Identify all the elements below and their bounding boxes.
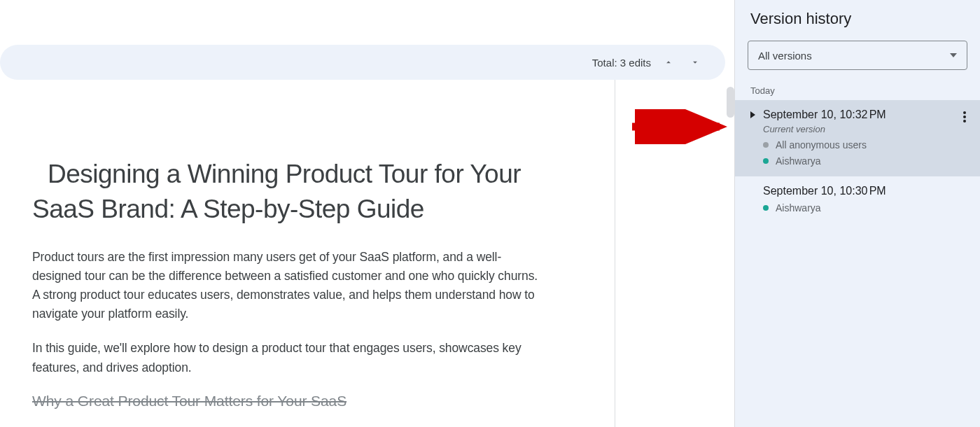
chevron-up-icon	[664, 57, 673, 67]
version-filter-label: All versions	[758, 50, 812, 62]
edit-summary-bar: Total: 3 edits	[0, 45, 725, 80]
contributor-name: Aishwarya	[776, 155, 821, 167]
svg-point-2	[963, 120, 966, 122]
version-more-menu[interactable]	[956, 108, 973, 125]
version-date: September 10, 10:30 PM	[763, 185, 886, 197]
dropdown-arrow-icon	[950, 53, 957, 57]
contributor-row: All anonymous users	[763, 139, 970, 150]
document-paragraph: In this guide, we'll explore how to desi…	[32, 339, 547, 377]
sidebar-title: Version history	[735, 0, 980, 41]
version-date: September 10, 10:32 PM	[763, 108, 886, 121]
version-item-current[interactable]: September 10, 10:32 PM Current version A…	[735, 100, 980, 176]
chevron-down-icon	[690, 57, 700, 67]
total-edits-text: Total: 3 edits	[592, 57, 651, 69]
contributor-name: Aishwarya	[776, 202, 821, 214]
version-subtitle: Current version	[763, 124, 970, 134]
contributor-row: Aishwarya	[763, 202, 970, 214]
contributor-dot-icon	[763, 158, 769, 164]
next-edit-button[interactable]	[690, 57, 700, 67]
scrollbar-thumb[interactable]	[727, 87, 734, 118]
svg-point-0	[963, 111, 966, 114]
prev-edit-button[interactable]	[664, 57, 673, 67]
document-struck-heading: Why a Great Product Tour Matters for You…	[32, 393, 547, 410]
more-vertical-icon	[963, 111, 966, 122]
svg-point-1	[963, 115, 966, 118]
contributor-dot-icon	[763, 205, 769, 211]
margin-area	[615, 80, 734, 427]
document-content: Designing a Winning Product Tour for You…	[0, 80, 615, 427]
version-history-sidebar: Version history All versions Today Septe…	[734, 0, 980, 427]
document-area: Designing a Winning Product Tour for You…	[0, 80, 734, 427]
section-label-today: Today	[735, 80, 980, 100]
version-filter-dropdown[interactable]: All versions	[748, 41, 967, 70]
contributor-dot-icon	[763, 142, 769, 148]
document-title: Designing a Winning Product Tour for You…	[32, 157, 547, 227]
contributor-name: All anonymous users	[776, 139, 867, 150]
version-item[interactable]: September 10, 10:30 PM Aishwarya	[735, 176, 980, 223]
expand-arrow-icon[interactable]	[750, 111, 757, 118]
document-paragraph: Product tours are the first impression m…	[32, 248, 547, 324]
contributor-row: Aishwarya	[763, 155, 970, 167]
